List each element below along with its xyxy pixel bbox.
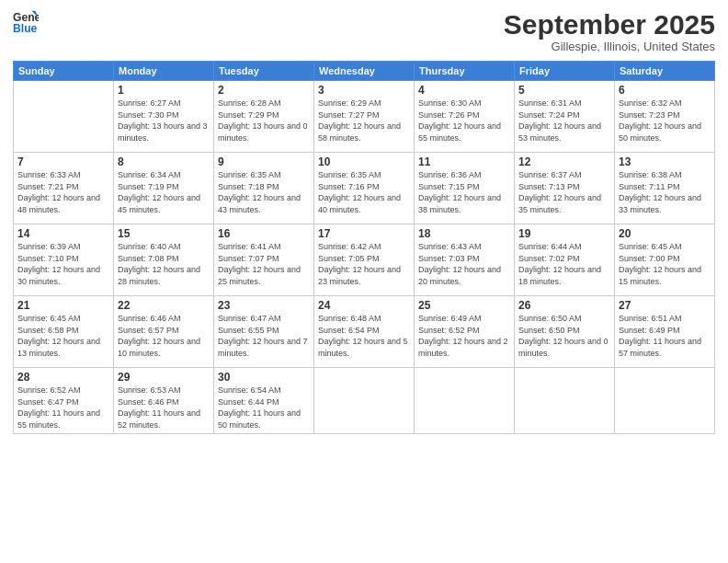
day-cell-1-6: 13Sunrise: 6:38 AMSunset: 7:11 PMDayligh…: [615, 153, 715, 224]
day-info: Sunrise: 6:48 AMSunset: 6:54 PMDaylight:…: [318, 313, 410, 359]
day-cell-0-4: 4Sunrise: 6:30 AMSunset: 7:26 PMDaylight…: [415, 81, 515, 153]
day-info: Sunrise: 6:45 AMSunset: 6:58 PMDaylight:…: [17, 313, 109, 359]
day-cell-2-4: 18Sunrise: 6:43 AMSunset: 7:03 PMDayligh…: [415, 224, 515, 296]
day-info: Sunrise: 6:35 AMSunset: 7:18 PMDaylight:…: [218, 169, 310, 215]
day-info: Sunrise: 6:50 AMSunset: 6:50 PMDaylight:…: [518, 313, 610, 359]
day-cell-4-6: [615, 368, 715, 434]
day-cell-3-3: 24Sunrise: 6:48 AMSunset: 6:54 PMDayligh…: [314, 296, 415, 368]
header-tuesday: Tuesday: [214, 62, 314, 81]
day-number: 15: [118, 227, 210, 240]
day-info: Sunrise: 6:45 AMSunset: 7:00 PMDaylight:…: [619, 241, 711, 287]
day-number: 18: [418, 227, 510, 240]
svg-text:Blue: Blue: [13, 22, 38, 35]
day-cell-1-2: 9Sunrise: 6:35 AMSunset: 7:18 PMDaylight…: [214, 153, 314, 224]
day-cell-2-6: 20Sunrise: 6:45 AMSunset: 7:00 PMDayligh…: [615, 224, 715, 296]
calendar: Sunday Monday Tuesday Wednesday Thursday…: [13, 61, 715, 434]
logo-icon: General Blue: [13, 9, 39, 35]
day-number: 23: [218, 299, 310, 312]
day-cell-1-0: 7Sunrise: 6:33 AMSunset: 7:21 PMDaylight…: [14, 153, 114, 224]
day-number: 10: [318, 155, 410, 168]
day-info: Sunrise: 6:35 AMSunset: 7:16 PMDaylight:…: [318, 169, 410, 215]
day-info: Sunrise: 6:52 AMSunset: 6:47 PMDaylight:…: [17, 385, 109, 431]
day-number: 25: [418, 299, 510, 312]
month-title: September 2025: [504, 9, 715, 40]
day-number: 6: [619, 84, 711, 97]
day-info: Sunrise: 6:31 AMSunset: 7:24 PMDaylight:…: [518, 98, 610, 144]
logo: General Blue: [13, 9, 39, 35]
day-number: 20: [619, 227, 711, 240]
day-cell-2-2: 16Sunrise: 6:41 AMSunset: 7:07 PMDayligh…: [214, 224, 314, 296]
day-cell-1-1: 8Sunrise: 6:34 AMSunset: 7:19 PMDaylight…: [114, 153, 214, 224]
day-cell-2-1: 15Sunrise: 6:40 AMSunset: 7:08 PMDayligh…: [114, 224, 214, 296]
day-number: 7: [17, 155, 109, 168]
day-cell-0-0: [14, 81, 114, 153]
day-info: Sunrise: 6:53 AMSunset: 6:46 PMDaylight:…: [118, 385, 210, 431]
day-number: 24: [318, 299, 410, 312]
day-cell-2-3: 17Sunrise: 6:42 AMSunset: 7:05 PMDayligh…: [314, 224, 415, 296]
day-number: 16: [218, 227, 310, 240]
day-cell-3-6: 27Sunrise: 6:51 AMSunset: 6:49 PMDayligh…: [615, 296, 715, 368]
day-number: 27: [619, 299, 711, 312]
day-number: 13: [619, 155, 711, 168]
day-info: Sunrise: 6:37 AMSunset: 7:13 PMDaylight:…: [518, 169, 610, 215]
day-number: 4: [418, 84, 510, 97]
weekday-header-row: Sunday Monday Tuesday Wednesday Thursday…: [14, 62, 715, 81]
title-area: September 2025 Gillespie, Illinois, Unit…: [504, 9, 715, 53]
day-info: Sunrise: 6:38 AMSunset: 7:11 PMDaylight:…: [619, 169, 711, 215]
day-cell-1-4: 11Sunrise: 6:36 AMSunset: 7:15 PMDayligh…: [415, 153, 515, 224]
week-row-2: 7Sunrise: 6:33 AMSunset: 7:21 PMDaylight…: [14, 153, 715, 224]
week-row-3: 14Sunrise: 6:39 AMSunset: 7:10 PMDayligh…: [14, 224, 715, 296]
day-cell-3-2: 23Sunrise: 6:47 AMSunset: 6:55 PMDayligh…: [214, 296, 314, 368]
day-number: 29: [118, 371, 210, 384]
day-info: Sunrise: 6:27 AMSunset: 7:30 PMDaylight:…: [118, 98, 210, 144]
day-cell-0-5: 5Sunrise: 6:31 AMSunset: 7:24 PMDaylight…: [515, 81, 615, 153]
day-number: 21: [17, 299, 109, 312]
day-cell-4-2: 30Sunrise: 6:54 AMSunset: 6:44 PMDayligh…: [214, 368, 314, 434]
day-number: 8: [118, 155, 210, 168]
day-cell-0-6: 6Sunrise: 6:32 AMSunset: 7:23 PMDaylight…: [615, 81, 715, 153]
day-number: 3: [318, 84, 410, 97]
day-number: 17: [318, 227, 410, 240]
day-cell-4-5: [515, 368, 615, 434]
header-friday: Friday: [515, 62, 615, 81]
day-number: 9: [218, 155, 310, 168]
day-cell-1-3: 10Sunrise: 6:35 AMSunset: 7:16 PMDayligh…: [314, 153, 415, 224]
header: General Blue September 2025 Gillespie, I…: [13, 9, 715, 53]
day-info: Sunrise: 6:54 AMSunset: 6:44 PMDaylight:…: [218, 385, 310, 431]
header-saturday: Saturday: [615, 62, 715, 81]
day-info: Sunrise: 6:30 AMSunset: 7:26 PMDaylight:…: [418, 98, 510, 144]
day-info: Sunrise: 6:40 AMSunset: 7:08 PMDaylight:…: [118, 241, 210, 287]
day-cell-4-1: 29Sunrise: 6:53 AMSunset: 6:46 PMDayligh…: [114, 368, 214, 434]
day-cell-4-4: [415, 368, 515, 434]
day-cell-3-0: 21Sunrise: 6:45 AMSunset: 6:58 PMDayligh…: [14, 296, 114, 368]
day-info: Sunrise: 6:44 AMSunset: 7:02 PMDaylight:…: [518, 241, 610, 287]
day-info: Sunrise: 6:36 AMSunset: 7:15 PMDaylight:…: [418, 169, 510, 215]
day-cell-3-4: 25Sunrise: 6:49 AMSunset: 6:52 PMDayligh…: [415, 296, 515, 368]
day-info: Sunrise: 6:46 AMSunset: 6:57 PMDaylight:…: [118, 313, 210, 359]
subtitle: Gillespie, Illinois, United States: [504, 40, 715, 53]
page: General Blue September 2025 Gillespie, I…: [0, 0, 728, 563]
day-number: 28: [17, 371, 109, 384]
day-cell-3-5: 26Sunrise: 6:50 AMSunset: 6:50 PMDayligh…: [515, 296, 615, 368]
day-cell-0-2: 2Sunrise: 6:28 AMSunset: 7:29 PMDaylight…: [214, 81, 314, 153]
day-info: Sunrise: 6:41 AMSunset: 7:07 PMDaylight:…: [218, 241, 310, 287]
day-info: Sunrise: 6:32 AMSunset: 7:23 PMDaylight:…: [619, 98, 711, 144]
week-row-5: 28Sunrise: 6:52 AMSunset: 6:47 PMDayligh…: [14, 368, 715, 434]
day-number: 19: [518, 227, 610, 240]
day-number: 26: [518, 299, 610, 312]
day-info: Sunrise: 6:47 AMSunset: 6:55 PMDaylight:…: [218, 313, 310, 359]
day-info: Sunrise: 6:28 AMSunset: 7:29 PMDaylight:…: [218, 98, 310, 144]
day-number: 2: [218, 84, 310, 97]
day-number: 12: [518, 155, 610, 168]
day-info: Sunrise: 6:43 AMSunset: 7:03 PMDaylight:…: [418, 241, 510, 287]
day-number: 14: [17, 227, 109, 240]
day-info: Sunrise: 6:29 AMSunset: 7:27 PMDaylight:…: [318, 98, 410, 144]
day-cell-4-0: 28Sunrise: 6:52 AMSunset: 6:47 PMDayligh…: [14, 368, 114, 434]
day-info: Sunrise: 6:34 AMSunset: 7:19 PMDaylight:…: [118, 169, 210, 215]
day-cell-2-0: 14Sunrise: 6:39 AMSunset: 7:10 PMDayligh…: [14, 224, 114, 296]
day-info: Sunrise: 6:51 AMSunset: 6:49 PMDaylight:…: [619, 313, 711, 359]
day-cell-4-3: [314, 368, 415, 434]
day-number: 11: [418, 155, 510, 168]
header-monday: Monday: [114, 62, 214, 81]
day-number: 30: [218, 371, 310, 384]
